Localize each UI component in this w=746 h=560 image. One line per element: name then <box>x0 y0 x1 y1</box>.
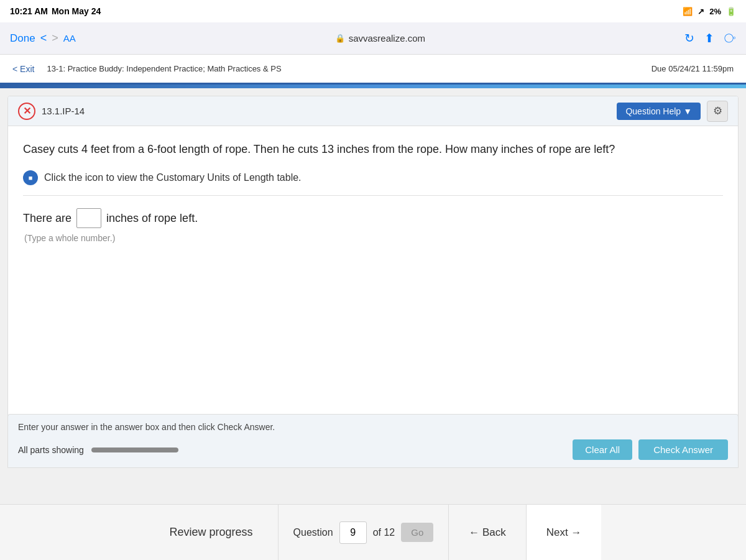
question-text: Casey cuts 4 feet from a 6-foot length o… <box>23 141 723 158</box>
controls-row: All parts showing Clear All Check Answer <box>18 439 728 467</box>
check-answer-button[interactable]: Check Answer <box>638 439 728 460</box>
compass-icon[interactable]: ⧂ <box>724 32 736 45</box>
go-button[interactable]: Go <box>401 523 433 542</box>
breadcrumb: 13-1: Practice Buddy: Independent Practi… <box>47 64 281 73</box>
browser-actions: ↻ ⬆ ⧂ <box>684 31 736 45</box>
progress-bar-track <box>91 448 178 452</box>
question-id: 13.1.IP-14 <box>42 106 85 116</box>
instruction-bar: Enter your answer in the answer box and … <box>7 414 739 468</box>
answer-suffix: inches of rope left. <box>106 212 198 225</box>
browser-url-bar: 🔒 savvasrealize.com <box>83 33 677 44</box>
question-nav: Question of 12 Go <box>279 505 449 560</box>
clear-all-button[interactable]: Clear All <box>573 439 632 460</box>
browser-done-button[interactable]: Done <box>10 32 35 45</box>
url-text: savvasrealize.com <box>349 33 425 44</box>
question-help-button[interactable]: Question Help ▼ <box>617 103 701 120</box>
status-right: 📶 ↗ 2% 🔋 <box>683 7 736 16</box>
question-header-right: Question Help ▼ ⚙ <box>617 101 728 122</box>
exit-button[interactable]: < Exit <box>12 64 34 74</box>
refresh-icon[interactable]: ↻ <box>684 31 694 45</box>
browser-aa-button[interactable]: AA <box>63 33 76 44</box>
main-content: ✕ 13.1.IP-14 Question Help ▼ ⚙ Casey cut… <box>7 96 739 467</box>
of-label: of 12 <box>373 527 395 538</box>
due-date: Due 05/24/21 11:59pm <box>652 64 734 73</box>
accent-bar <box>0 85 746 88</box>
review-progress-button[interactable]: Review progress <box>145 505 279 560</box>
gear-button[interactable]: ⚙ <box>707 101 728 122</box>
question-header: ✕ 13.1.IP-14 Question Help ▼ ⚙ <box>8 96 738 126</box>
day-display: Mon May 24 <box>52 6 101 16</box>
back-button[interactable]: ← Back <box>449 505 527 560</box>
customary-link-text[interactable]: Click the icon to view the Customary Uni… <box>44 172 302 183</box>
header-left: < Exit 13-1: Practice Buddy: Independent… <box>12 64 282 74</box>
battery-icon: 🔋 <box>726 7 736 16</box>
action-buttons: Clear All Check Answer <box>573 439 728 460</box>
customary-link-row: ■ Click the icon to view the Customary U… <box>23 170 723 196</box>
next-button[interactable]: Next → <box>527 505 602 560</box>
parts-showing: All parts showing <box>18 445 178 455</box>
table-icon[interactable]: ■ <box>23 170 38 185</box>
browser-back-button[interactable]: < <box>40 32 47 45</box>
wifi-icon: 📶 <box>683 7 693 16</box>
signal-icon: ↗ <box>698 7 704 16</box>
answer-input[interactable] <box>76 208 101 228</box>
question-number-input[interactable] <box>339 521 367 544</box>
question-id-row: ✕ 13.1.IP-14 <box>18 103 85 120</box>
bottom-nav: Review progress Question of 12 Go ← Back… <box>0 504 746 560</box>
status-bar: 10:21 AM Mon May 24 📶 ↗ 2% 🔋 <box>0 0 746 22</box>
instruction-text: Enter your answer in the answer box and … <box>18 422 728 432</box>
time-display: 10:21 AM <box>10 6 48 16</box>
hint-text: (Type a whole number.) <box>24 233 723 243</box>
browser-nav: Done < > AA <box>10 32 76 45</box>
gear-icon: ⚙ <box>713 104 722 117</box>
app-header: < Exit 13-1: Practice Buddy: Independent… <box>0 55 746 85</box>
lock-icon: 🔒 <box>335 34 345 43</box>
browser-forward-button[interactable]: > <box>52 32 58 45</box>
progress-bar-fill <box>91 448 178 452</box>
answer-prefix: There are <box>23 212 71 225</box>
answer-row: There are inches of rope left. <box>23 208 723 228</box>
question-body: Casey cuts 4 feet from a 6-foot length o… <box>8 126 738 253</box>
question-label: Question <box>293 527 333 538</box>
share-icon[interactable]: ⬆ <box>704 31 714 45</box>
battery-percent: 2% <box>709 7 721 16</box>
dropdown-arrow-icon: ▼ <box>683 106 692 116</box>
status-left: 10:21 AM Mon May 24 <box>10 6 101 16</box>
parts-showing-label: All parts showing <box>18 445 84 455</box>
error-icon: ✕ <box>18 103 35 120</box>
browser-bar: Done < > AA 🔒 savvasrealize.com ↻ ⬆ ⧂ <box>0 22 746 55</box>
